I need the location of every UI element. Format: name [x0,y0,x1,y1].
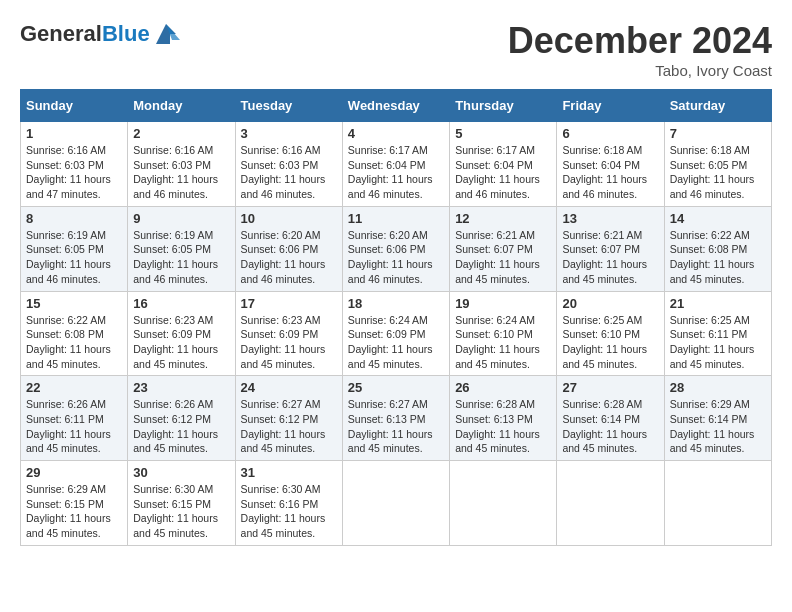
day-number: 31 [241,465,337,480]
calendar-week-row: 15 Sunrise: 6:22 AMSunset: 6:08 PMDaylig… [21,291,772,376]
calendar-table: SundayMondayTuesdayWednesdayThursdayFrid… [20,89,772,546]
day-number: 12 [455,211,551,226]
calendar-day-cell [557,461,664,546]
day-number: 29 [26,465,122,480]
calendar-day-cell [450,461,557,546]
logo-general: General [20,21,102,46]
header: GeneralBlue December 2024 Tabo, Ivory Co… [20,20,772,79]
calendar-day-cell: 13 Sunrise: 6:21 AMSunset: 6:07 PMDaylig… [557,206,664,291]
day-detail: Sunrise: 6:24 AMSunset: 6:10 PMDaylight:… [455,314,540,370]
day-number: 6 [562,126,658,141]
day-number: 13 [562,211,658,226]
calendar-day-cell: 19 Sunrise: 6:24 AMSunset: 6:10 PMDaylig… [450,291,557,376]
day-detail: Sunrise: 6:19 AMSunset: 6:05 PMDaylight:… [133,229,218,285]
month-title: December 2024 [508,20,772,62]
day-of-week-header: Tuesday [235,90,342,122]
day-number: 22 [26,380,122,395]
calendar-day-cell: 30 Sunrise: 6:30 AMSunset: 6:15 PMDaylig… [128,461,235,546]
day-number: 21 [670,296,766,311]
day-detail: Sunrise: 6:27 AMSunset: 6:12 PMDaylight:… [241,398,326,454]
calendar-day-cell: 23 Sunrise: 6:26 AMSunset: 6:12 PMDaylig… [128,376,235,461]
day-detail: Sunrise: 6:29 AMSunset: 6:15 PMDaylight:… [26,483,111,539]
calendar-day-cell: 27 Sunrise: 6:28 AMSunset: 6:14 PMDaylig… [557,376,664,461]
calendar-day-cell [342,461,449,546]
logo-icon [152,20,180,48]
day-detail: Sunrise: 6:25 AMSunset: 6:11 PMDaylight:… [670,314,755,370]
day-of-week-header: Monday [128,90,235,122]
day-detail: Sunrise: 6:26 AMSunset: 6:12 PMDaylight:… [133,398,218,454]
day-number: 20 [562,296,658,311]
calendar-day-cell: 29 Sunrise: 6:29 AMSunset: 6:15 PMDaylig… [21,461,128,546]
day-number: 10 [241,211,337,226]
day-detail: Sunrise: 6:16 AMSunset: 6:03 PMDaylight:… [133,144,218,200]
calendar-day-cell: 21 Sunrise: 6:25 AMSunset: 6:11 PMDaylig… [664,291,771,376]
calendar-day-cell: 22 Sunrise: 6:26 AMSunset: 6:11 PMDaylig… [21,376,128,461]
day-number: 3 [241,126,337,141]
calendar-day-cell: 20 Sunrise: 6:25 AMSunset: 6:10 PMDaylig… [557,291,664,376]
logo: GeneralBlue [20,20,180,48]
day-number: 8 [26,211,122,226]
day-detail: Sunrise: 6:16 AMSunset: 6:03 PMDaylight:… [26,144,111,200]
day-number: 16 [133,296,229,311]
day-detail: Sunrise: 6:22 AMSunset: 6:08 PMDaylight:… [670,229,755,285]
day-detail: Sunrise: 6:21 AMSunset: 6:07 PMDaylight:… [562,229,647,285]
day-number: 27 [562,380,658,395]
calendar-day-cell: 16 Sunrise: 6:23 AMSunset: 6:09 PMDaylig… [128,291,235,376]
calendar-week-row: 8 Sunrise: 6:19 AMSunset: 6:05 PMDayligh… [21,206,772,291]
calendar-day-cell [664,461,771,546]
calendar-day-cell: 8 Sunrise: 6:19 AMSunset: 6:05 PMDayligh… [21,206,128,291]
day-detail: Sunrise: 6:18 AMSunset: 6:04 PMDaylight:… [562,144,647,200]
calendar-week-row: 22 Sunrise: 6:26 AMSunset: 6:11 PMDaylig… [21,376,772,461]
day-detail: Sunrise: 6:24 AMSunset: 6:09 PMDaylight:… [348,314,433,370]
day-detail: Sunrise: 6:17 AMSunset: 6:04 PMDaylight:… [455,144,540,200]
calendar-day-cell: 17 Sunrise: 6:23 AMSunset: 6:09 PMDaylig… [235,291,342,376]
title-area: December 2024 Tabo, Ivory Coast [508,20,772,79]
day-number: 19 [455,296,551,311]
day-number: 23 [133,380,229,395]
day-number: 17 [241,296,337,311]
day-detail: Sunrise: 6:23 AMSunset: 6:09 PMDaylight:… [241,314,326,370]
day-number: 2 [133,126,229,141]
calendar-day-cell: 6 Sunrise: 6:18 AMSunset: 6:04 PMDayligh… [557,122,664,207]
day-number: 28 [670,380,766,395]
day-detail: Sunrise: 6:20 AMSunset: 6:06 PMDaylight:… [241,229,326,285]
day-of-week-header: Saturday [664,90,771,122]
location-title: Tabo, Ivory Coast [508,62,772,79]
calendar-day-cell: 31 Sunrise: 6:30 AMSunset: 6:16 PMDaylig… [235,461,342,546]
day-number: 30 [133,465,229,480]
day-of-week-header: Thursday [450,90,557,122]
calendar-day-cell: 18 Sunrise: 6:24 AMSunset: 6:09 PMDaylig… [342,291,449,376]
day-number: 18 [348,296,444,311]
day-number: 1 [26,126,122,141]
day-detail: Sunrise: 6:27 AMSunset: 6:13 PMDaylight:… [348,398,433,454]
day-detail: Sunrise: 6:17 AMSunset: 6:04 PMDaylight:… [348,144,433,200]
day-number: 9 [133,211,229,226]
day-detail: Sunrise: 6:19 AMSunset: 6:05 PMDaylight:… [26,229,111,285]
day-of-week-header: Friday [557,90,664,122]
day-detail: Sunrise: 6:23 AMSunset: 6:09 PMDaylight:… [133,314,218,370]
calendar-day-cell: 26 Sunrise: 6:28 AMSunset: 6:13 PMDaylig… [450,376,557,461]
calendar-day-cell: 2 Sunrise: 6:16 AMSunset: 6:03 PMDayligh… [128,122,235,207]
calendar-week-row: 29 Sunrise: 6:29 AMSunset: 6:15 PMDaylig… [21,461,772,546]
logo-blue: Blue [102,21,150,46]
day-of-week-header: Wednesday [342,90,449,122]
day-detail: Sunrise: 6:25 AMSunset: 6:10 PMDaylight:… [562,314,647,370]
calendar-day-cell: 24 Sunrise: 6:27 AMSunset: 6:12 PMDaylig… [235,376,342,461]
calendar-header-row: SundayMondayTuesdayWednesdayThursdayFrid… [21,90,772,122]
day-detail: Sunrise: 6:28 AMSunset: 6:13 PMDaylight:… [455,398,540,454]
day-detail: Sunrise: 6:22 AMSunset: 6:08 PMDaylight:… [26,314,111,370]
day-detail: Sunrise: 6:29 AMSunset: 6:14 PMDaylight:… [670,398,755,454]
day-number: 25 [348,380,444,395]
day-number: 24 [241,380,337,395]
calendar-day-cell: 14 Sunrise: 6:22 AMSunset: 6:08 PMDaylig… [664,206,771,291]
calendar-day-cell: 5 Sunrise: 6:17 AMSunset: 6:04 PMDayligh… [450,122,557,207]
calendar-day-cell: 11 Sunrise: 6:20 AMSunset: 6:06 PMDaylig… [342,206,449,291]
day-detail: Sunrise: 6:30 AMSunset: 6:15 PMDaylight:… [133,483,218,539]
day-detail: Sunrise: 6:26 AMSunset: 6:11 PMDaylight:… [26,398,111,454]
day-detail: Sunrise: 6:18 AMSunset: 6:05 PMDaylight:… [670,144,755,200]
calendar-day-cell: 12 Sunrise: 6:21 AMSunset: 6:07 PMDaylig… [450,206,557,291]
calendar-day-cell: 28 Sunrise: 6:29 AMSunset: 6:14 PMDaylig… [664,376,771,461]
calendar-week-row: 1 Sunrise: 6:16 AMSunset: 6:03 PMDayligh… [21,122,772,207]
day-detail: Sunrise: 6:20 AMSunset: 6:06 PMDaylight:… [348,229,433,285]
day-number: 14 [670,211,766,226]
